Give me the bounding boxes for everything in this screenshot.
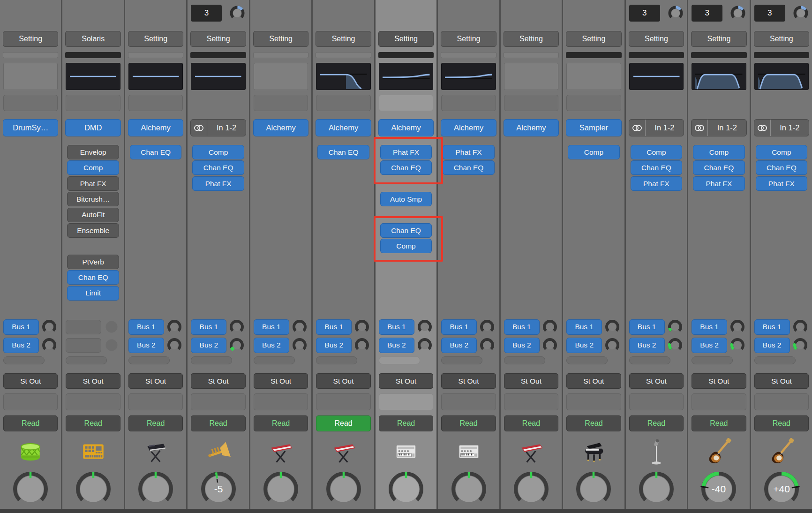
send-slot-empty[interactable] (66, 338, 101, 353)
input-slot[interactable]: Alchemy (253, 119, 308, 136)
audio-fx-plugin-slot[interactable]: Phat FX (693, 176, 744, 191)
eq-thumbnail[interactable] (66, 63, 120, 90)
pan-knob[interactable]: +40 (751, 470, 812, 508)
track-icon[interactable] (438, 436, 499, 469)
send-level-knob[interactable] (604, 337, 620, 353)
pan-knob[interactable] (0, 470, 61, 508)
midi-fx-slot[interactable] (566, 95, 621, 111)
send-level-knob[interactable] (792, 337, 808, 353)
send-level-knob[interactable] (354, 319, 370, 335)
audio-fx-plugin-slot[interactable]: Limit (67, 286, 119, 301)
audio-fx-plugin-slot[interactable]: Phat FX (67, 176, 119, 191)
input-slot[interactable]: Alchemy (441, 119, 496, 136)
audio-fx-plugin-slot[interactable]: Phat FX (631, 176, 682, 191)
send-bus-button[interactable]: Bus 1 (316, 319, 352, 335)
audio-fx-plugin-slot[interactable]: Chan EQ (443, 160, 494, 175)
input-slot[interactable]: In 1-2 (691, 119, 746, 136)
send-bus-button[interactable]: Bus 1 (754, 319, 790, 335)
automation-mode-button[interactable]: Read (566, 415, 621, 431)
send-bus-button[interactable]: Bus 1 (566, 319, 602, 335)
setting-button[interactable]: Setting (316, 31, 371, 47)
send-level-knob[interactable] (542, 337, 558, 353)
track-icon[interactable] (626, 436, 687, 469)
send-level-knob[interactable] (479, 337, 495, 353)
group-slot[interactable] (692, 393, 746, 410)
eq-thumbnail[interactable] (566, 63, 621, 90)
automation-mode-button[interactable]: Read (504, 415, 558, 431)
output-slot[interactable]: St Out (754, 373, 809, 389)
send-level-knob[interactable] (417, 337, 433, 353)
send-placeholder-bar[interactable] (754, 356, 796, 364)
send-bus-button[interactable]: Bus 1 (3, 319, 39, 335)
setting-button[interactable]: Setting (566, 31, 621, 47)
automation-mode-button[interactable]: Read (692, 415, 746, 431)
audio-fx-plugin-slot[interactable]: PtVerb (67, 255, 119, 269)
input-slot[interactable]: Sampler (566, 119, 621, 136)
output-slot[interactable]: St Out (66, 373, 120, 389)
send-bus-button[interactable]: Bus 1 (128, 319, 164, 335)
output-slot[interactable]: St Out (692, 373, 746, 389)
send-bus-button[interactable]: Bus 1 (692, 319, 727, 335)
send-level-knob[interactable] (166, 337, 182, 353)
stereo-format-icon[interactable] (754, 120, 771, 136)
midi-fx-slot[interactable] (504, 95, 558, 111)
midi-fx-slot[interactable] (66, 95, 120, 111)
eq-thumbnail[interactable] (191, 63, 245, 90)
send-level-knob[interactable] (417, 319, 433, 335)
send-slot-empty[interactable] (66, 320, 101, 334)
track-mini-knob[interactable] (667, 5, 684, 22)
group-slot[interactable] (504, 393, 558, 410)
send-level-knob[interactable] (41, 319, 57, 335)
output-slot[interactable]: St Out (441, 373, 496, 389)
automation-mode-button[interactable]: Read (191, 415, 245, 431)
eq-thumbnail[interactable] (629, 63, 684, 90)
output-slot[interactable]: St Out (566, 373, 621, 389)
audio-fx-plugin-slot[interactable]: Phat FX (192, 176, 244, 191)
send-bus-button[interactable]: Bus 1 (629, 319, 665, 335)
eq-thumbnail[interactable] (254, 63, 308, 90)
send-bus-button[interactable]: Bus 2 (754, 338, 790, 353)
pan-knob[interactable]: -5 (188, 470, 248, 508)
track-icon[interactable] (62, 436, 123, 469)
input-slot[interactable]: Alchemy (504, 119, 559, 136)
output-slot[interactable]: St Out (316, 373, 370, 389)
automation-mode-button[interactable]: Read (3, 415, 58, 431)
send-level-knob[interactable] (41, 337, 57, 353)
send-bus-button[interactable]: Bus 2 (3, 338, 39, 353)
send-placeholder-bar[interactable] (66, 356, 107, 364)
send-bus-button[interactable]: Bus 1 (379, 319, 414, 335)
track-icon[interactable] (563, 436, 624, 469)
send-level-knob[interactable] (729, 319, 745, 335)
send-bus-button[interactable]: Bus 2 (254, 338, 289, 353)
send-bus-button[interactable]: Bus 2 (441, 338, 477, 353)
send-level-knob[interactable] (729, 337, 745, 353)
midi-fx-slot[interactable] (254, 95, 308, 111)
midi-fx-slot[interactable] (441, 95, 496, 111)
pan-knob[interactable] (563, 470, 624, 508)
audio-fx-plugin-slot[interactable]: Comp (67, 160, 119, 175)
group-slot[interactable] (128, 393, 183, 410)
output-slot[interactable]: St Out (128, 373, 183, 389)
pan-knob[interactable] (313, 470, 374, 508)
send-bus-button[interactable]: Bus 2 (379, 338, 414, 353)
send-placeholder-bar[interactable] (379, 356, 420, 364)
pan-knob[interactable] (62, 470, 123, 508)
send-placeholder-bar[interactable] (128, 356, 170, 364)
automation-mode-button[interactable]: Read (316, 415, 370, 431)
setting-button[interactable]: Setting (128, 31, 183, 47)
send-placeholder-bar[interactable] (3, 356, 45, 364)
audio-fx-plugin-slot[interactable]: Chan EQ (756, 160, 807, 175)
audio-fx-plugin-slot[interactable]: Envelop (67, 145, 119, 159)
automation-mode-button[interactable]: Read (441, 415, 496, 431)
group-slot[interactable] (316, 393, 370, 410)
send-placeholder-bar[interactable] (504, 356, 545, 364)
eq-thumbnail[interactable] (128, 63, 183, 90)
setting-button[interactable]: Setting (378, 31, 434, 47)
audio-fx-plugin-slot[interactable]: Comp (568, 145, 619, 159)
eq-thumbnail[interactable] (754, 63, 809, 90)
input-slot[interactable]: DrumSy… (3, 119, 58, 136)
send-level-knob[interactable] (354, 337, 370, 353)
send-level-knob[interactable] (166, 319, 182, 335)
send-bus-button[interactable]: Bus 2 (316, 338, 352, 353)
send-bus-button[interactable]: Bus 1 (254, 319, 289, 335)
